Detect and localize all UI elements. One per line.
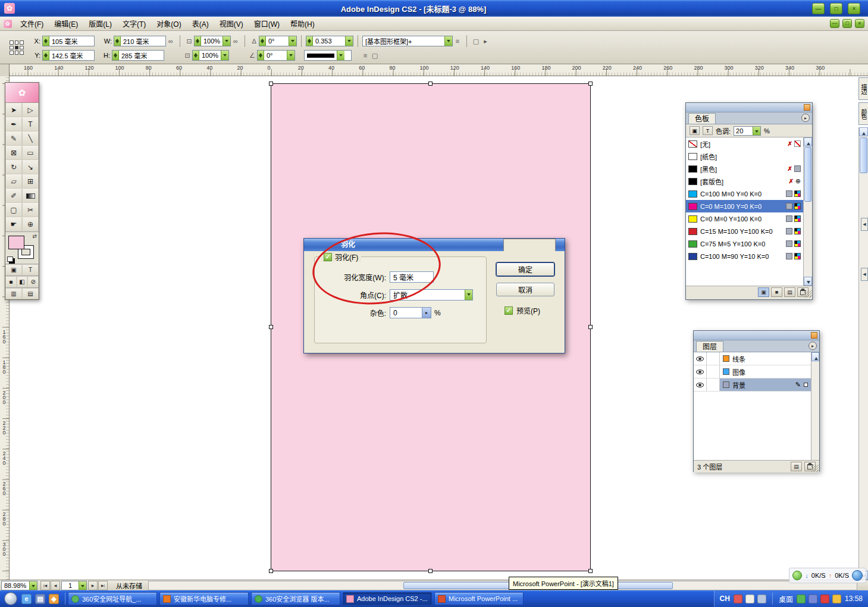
selection-handle[interactable] [588, 82, 593, 86]
stroke-style-drop-icon[interactable] [337, 51, 344, 60]
formatting-affects-container-button[interactable]: ▣ [5, 264, 22, 276]
swatches-close-icon[interactable] [804, 104, 810, 111]
gradient-tool[interactable] [22, 189, 39, 203]
x-spinner-icon[interactable] [43, 36, 49, 46]
show-all-swatches-button[interactable]: ▣ [758, 287, 769, 297]
corner-combo[interactable]: 扩散 [390, 289, 473, 301]
menu-item[interactable]: 帮助(H) [285, 17, 320, 30]
show-desktop-icon[interactable]: ▤ [35, 594, 45, 604]
flag-tray-icon[interactable] [820, 595, 829, 603]
browser-gadget-icon[interactable] [852, 570, 863, 581]
noise-slider-icon[interactable]: ▸ [422, 308, 431, 318]
pen-tool[interactable]: ✒ [5, 117, 22, 132]
pasteboard[interactable]: 160180200220240260280300 ✿ ➤▷✒T✎╲⊠▭↻↘▱⊞✐… [0, 76, 868, 580]
feather-width-field[interactable]: 5 毫米 [390, 271, 434, 283]
next-page-button[interactable]: ▶ [88, 581, 98, 590]
selection-handle[interactable] [588, 325, 593, 329]
ime-lang-icon[interactable] [734, 595, 742, 603]
normal-view-button[interactable]: ▥ [5, 288, 22, 299]
selection-handle[interactable] [269, 325, 273, 329]
swatches-panel[interactable]: 色板 ▸ ▣ T 色调: 20 % [无]✗[纸色][黑色]✗[套版色]✗⊕C=… [685, 102, 813, 300]
page-drop-icon[interactable] [79, 581, 86, 590]
hand-tool[interactable]: ☛ [5, 217, 22, 231]
layers-scrollbar[interactable] [811, 352, 819, 460]
style-menu-icon[interactable]: ≡ [453, 37, 462, 45]
layer-main[interactable]: 图像 [720, 365, 811, 378]
scroll-down-icon[interactable] [804, 277, 812, 286]
selection-handle[interactable] [269, 82, 273, 86]
eyedropper-tool[interactable]: ✐ [5, 189, 22, 203]
ime-indicator[interactable]: CH [720, 595, 730, 603]
dock-tab[interactable]: 描边 [858, 77, 868, 100]
clock[interactable]: 13:58 [845, 595, 863, 603]
noise-field[interactable]: 0▸ [390, 307, 431, 318]
resize-grip[interactable] [811, 465, 819, 472]
shear-field[interactable]: 0° [257, 50, 295, 61]
swatch-row[interactable]: C=75 M=5 Y=100 K=0 [686, 237, 803, 250]
visibility-toggle[interactable] [694, 365, 707, 378]
rotate-tool[interactable]: ↻ [5, 160, 22, 174]
tint-field[interactable]: 20 [734, 126, 761, 136]
doc-restore-button[interactable]: □ [842, 19, 852, 28]
layer-main[interactable]: 背景✎ [720, 378, 811, 391]
zoom-combo[interactable]: 88.98% [1, 581, 37, 590]
h-field[interactable]: 285 毫米 [112, 50, 164, 61]
close-button[interactable]: × [848, 3, 860, 14]
doc-minimize-button[interactable]: — [830, 19, 839, 28]
selection-handle[interactable] [269, 569, 273, 573]
menu-item[interactable]: 文件(F) [15, 17, 49, 30]
proxy-cell[interactable] [10, 46, 14, 50]
menu-item[interactable]: 表(A) [187, 17, 214, 30]
apply-gradient-button[interactable]: ◧ [17, 276, 28, 287]
default-fill-stroke-icon[interactable] [7, 256, 13, 262]
layer-lock-cell[interactable] [707, 365, 720, 378]
apply-none-button[interactable]: ⊘ [27, 276, 39, 287]
y-spinner-icon[interactable] [43, 51, 49, 60]
swatches-panel-menu-icon[interactable]: ▸ [801, 114, 810, 122]
menu-item[interactable]: 文字(T) [117, 17, 151, 30]
scrollbar-thumb[interactable] [804, 147, 811, 202]
visibility-toggle[interactable] [694, 378, 707, 391]
selection-handle[interactable] [428, 569, 433, 573]
reference-point-proxy[interactable] [10, 40, 24, 55]
desktop-toolbar-label[interactable]: 桌面 [779, 594, 793, 604]
security-tray-icon[interactable] [832, 595, 841, 603]
zoom-drop-icon[interactable] [29, 581, 37, 590]
collapsed-panel-tab[interactable]: ◀ [861, 218, 868, 231]
constrain-chain-icon[interactable]: ∞ [166, 37, 176, 45]
rotate-spinner-icon[interactable] [259, 36, 266, 46]
tab-layers[interactable]: 图层 [696, 341, 723, 352]
shear-tool[interactable]: ▱ [5, 174, 22, 189]
prev-page-button[interactable]: ◀ [51, 581, 60, 590]
stroke-weight-drop-icon[interactable] [345, 36, 353, 46]
scroll-up-icon[interactable] [811, 352, 819, 361]
palette-flyout-icon[interactable]: ▸ [481, 37, 490, 45]
selection-tool[interactable]: ➤ [5, 103, 22, 117]
swatch-row[interactable]: C=100 M=90 Y=10 K=0 [686, 250, 803, 262]
menu-item[interactable]: 编辑(E) [49, 17, 83, 30]
preview-checkbox[interactable]: ✓ [504, 306, 513, 315]
menu-item[interactable]: 版面(L) [83, 17, 117, 30]
scale-x-spinner-icon[interactable] [195, 36, 201, 46]
page-number-field[interactable]: 1 [61, 581, 87, 590]
object-style-combo[interactable]: [基本图形框架]+ [362, 36, 453, 46]
layer-lock-cell[interactable] [707, 352, 720, 365]
proxy-cell[interactable] [10, 40, 14, 45]
frame-tool[interactable]: ⊠ [5, 146, 22, 160]
task-360-browser[interactable]: 360安全浏览器 版本... [251, 592, 340, 605]
shear-spinner-icon[interactable] [258, 51, 264, 60]
feather-dialog[interactable]: 羽化 ✓ 羽化(F) 羽化宽度(W): 5 毫米 角点(C): 扩散 杂色: 0… [303, 238, 565, 353]
w-field[interactable]: 210 毫米 [114, 36, 166, 46]
proxy-cell[interactable] [20, 51, 24, 55]
task-powerpoint[interactable]: Microsoft PowerPoint ... [434, 592, 524, 605]
selection-handle[interactable] [588, 569, 593, 573]
scale-x-field[interactable]: 100% [194, 36, 231, 46]
scale-y-field[interactable]: 100% [192, 50, 229, 61]
collapsed-panel-tab[interactable]: ◀ [861, 268, 868, 281]
scale-x-drop-icon[interactable] [223, 36, 230, 46]
show-color-swatches-button[interactable]: ■ [771, 287, 782, 297]
visibility-toggle[interactable] [694, 352, 707, 365]
graphics-tray-icon[interactable] [809, 595, 817, 603]
swatches-panel-titlebar[interactable] [686, 103, 812, 112]
help-tray-icon[interactable] [745, 595, 754, 603]
